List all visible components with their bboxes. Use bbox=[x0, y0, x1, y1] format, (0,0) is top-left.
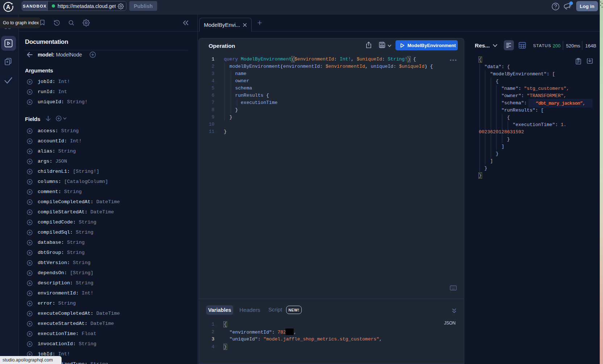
svg-text:A: A bbox=[6, 4, 11, 10]
